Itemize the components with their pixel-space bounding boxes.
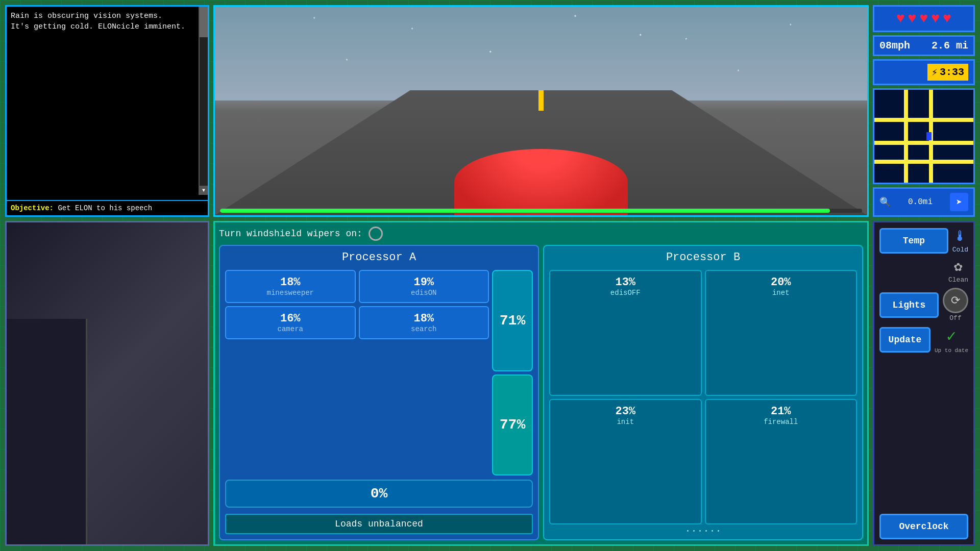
scrollbar-down[interactable]: ▼ bbox=[200, 186, 208, 195]
update-status: Up to date bbox=[935, 347, 968, 354]
hud-panel: ♥ ♥ ♥ ♥ ♥ 08mph 2.6 mi ⚡ 3:33 bbox=[873, 5, 975, 217]
car-seat-left bbox=[7, 319, 87, 544]
map-road-v1 bbox=[904, 90, 908, 183]
search-pct: 18% bbox=[363, 312, 485, 325]
edison-name: edisON bbox=[363, 289, 485, 297]
lights-dial[interactable]: ⟳ bbox=[943, 288, 968, 313]
speed-display: 08mph bbox=[879, 40, 910, 52]
loads-unbalanced: Loads unbalanced bbox=[225, 514, 533, 534]
init-pct: 23% bbox=[553, 405, 698, 418]
firewall-name: firewall bbox=[709, 418, 853, 426]
console-line-1: Rain is obscuring vision systems. bbox=[11, 11, 204, 21]
controls-panel: Temp 🌡 Cold ✿ Clean Lights ⟳ Off bbox=[873, 221, 975, 546]
map-player bbox=[926, 132, 932, 140]
timer-bar: ⚡ 3:33 bbox=[873, 59, 975, 85]
edisoff-name: edisOFF bbox=[553, 289, 698, 297]
nav-bottom: 🔍 0.0mi ➤ bbox=[873, 187, 975, 217]
overclock-button[interactable]: Overclock bbox=[879, 514, 968, 539]
update-row: Update ✓ Up to date bbox=[879, 326, 968, 354]
lightning-icon: ⚡ bbox=[932, 66, 938, 79]
snowflake: * bbox=[737, 69, 740, 75]
character-panel bbox=[5, 221, 209, 546]
update-indicator: ✓ Up to date bbox=[935, 326, 968, 354]
temp-row: Temp 🌡 Cold bbox=[879, 228, 968, 254]
snowflake: * bbox=[684, 38, 688, 43]
clean-row: ✿ Clean bbox=[879, 258, 968, 284]
map-road-h2 bbox=[874, 141, 973, 145]
console-scrollbar[interactable]: ▲ ▼ bbox=[199, 7, 208, 195]
hearts-bar: ♥ ♥ ♥ ♥ ♥ bbox=[873, 5, 975, 32]
processor-b: Processor B 13% edisOFF 20% inet 23% ini… bbox=[543, 245, 863, 540]
heart-2: ♥ bbox=[908, 11, 917, 27]
processor-a: Processor A 18% minesweeper 16% camera bbox=[219, 245, 539, 540]
processor-b-title: Processor B bbox=[549, 251, 857, 264]
timer-display: 3:33 bbox=[940, 66, 964, 78]
edison-pct: 19% bbox=[363, 276, 485, 289]
clean-icon: ✿ bbox=[954, 258, 963, 275]
snowflake: * bbox=[346, 59, 349, 64]
nav-distance: 0.0mi bbox=[908, 197, 933, 207]
camera-pct: 16% bbox=[229, 312, 352, 325]
heart-1: ♥ bbox=[896, 11, 905, 27]
game-view: * * ✦ * ✦ * * ✦ * bbox=[213, 5, 869, 217]
console-panel: Rain is obscuring vision systems. It's g… bbox=[5, 5, 209, 217]
wipers-label: Turn windshield wipers on: bbox=[219, 229, 362, 239]
distance-display: 2.6 mi bbox=[932, 40, 968, 52]
proc-b-grid: 13% edisOFF 20% inet 23% init 21% firewa… bbox=[549, 270, 857, 524]
map-roads bbox=[874, 90, 973, 183]
console-line-2: It's getting cold. ELONcicle imminent. bbox=[11, 21, 204, 32]
proc-camera-btn[interactable]: 16% camera bbox=[225, 306, 356, 339]
heart-4: ♥ bbox=[931, 11, 940, 27]
proc-edisoff-btn[interactable]: 13% edisOFF bbox=[549, 270, 702, 396]
proc-init-btn[interactable]: 23% init bbox=[549, 399, 702, 525]
proc-firewall-btn[interactable]: 21% firewall bbox=[705, 399, 857, 525]
car-hood bbox=[454, 149, 628, 215]
search-icon[interactable]: 🔍 bbox=[879, 196, 891, 208]
cpu-meter-77: 77% bbox=[492, 374, 533, 476]
processor-panel: Turn windshield wipers on: Processor A 1… bbox=[213, 221, 869, 546]
processors-container: Processor A 18% minesweeper 16% camera bbox=[219, 245, 863, 540]
temp-button[interactable]: Temp bbox=[879, 228, 948, 254]
console-output: Rain is obscuring vision systems. It's g… bbox=[7, 7, 208, 200]
objective-text: Get ELON to his speech bbox=[58, 204, 152, 212]
nav-arrow[interactable]: ➤ bbox=[950, 193, 968, 211]
wipers-bar: Turn windshield wipers on: bbox=[219, 227, 863, 241]
temp-indicator: 🌡 Cold bbox=[952, 228, 968, 254]
proc-a-grid: 18% minesweeper 16% camera 19% edisON bbox=[225, 270, 533, 475]
cpu3-pct: 0% bbox=[371, 486, 388, 502]
firewall-pct: 21% bbox=[709, 405, 853, 418]
scrollbar-thumb[interactable] bbox=[200, 7, 208, 37]
snowflake: ✦ bbox=[639, 32, 642, 38]
clean-label: Clean bbox=[948, 276, 968, 284]
map-road-h1 bbox=[874, 118, 973, 122]
minesweeper-pct: 18% bbox=[229, 276, 352, 289]
timer-badge: ⚡ 3:33 bbox=[927, 64, 968, 81]
proc-a-left-col: 18% minesweeper 16% camera bbox=[225, 270, 356, 475]
camera-name: camera bbox=[229, 325, 352, 333]
health-bar bbox=[220, 209, 862, 213]
wiper-toggle[interactable] bbox=[369, 227, 383, 241]
lights-row: Lights ⟳ Off bbox=[879, 288, 968, 322]
cpu-meter-71: 71% bbox=[492, 270, 533, 371]
proc-search-btn[interactable]: 18% search bbox=[359, 306, 489, 339]
lights-indicator: ⟳ Off bbox=[943, 288, 968, 322]
cpu1-pct: 71% bbox=[500, 313, 525, 329]
objective-bar: Objective: Get ELON to his speech bbox=[7, 200, 208, 215]
snowflake: * bbox=[410, 28, 413, 33]
heart-3: ♥ bbox=[920, 11, 928, 27]
proc-a-right-col: 19% edisON 18% search bbox=[359, 270, 489, 475]
road-scene: * * ✦ * ✦ * * ✦ * bbox=[215, 7, 867, 215]
lights-button[interactable]: Lights bbox=[879, 292, 939, 318]
controls-spacer bbox=[879, 358, 968, 510]
minesweeper-name: minesweeper bbox=[229, 289, 352, 297]
proc-edison-btn[interactable]: 19% edisON bbox=[359, 270, 489, 303]
proc-minesweeper-btn[interactable]: 18% minesweeper bbox=[225, 270, 356, 303]
map-road-h3 bbox=[874, 160, 973, 164]
temp-status: Cold bbox=[952, 246, 968, 254]
thermometer-icon: 🌡 bbox=[953, 228, 967, 245]
cpu2-pct: 77% bbox=[500, 417, 525, 433]
update-button[interactable]: Update bbox=[879, 327, 930, 353]
proc-inet-btn[interactable]: 20% inet bbox=[705, 270, 857, 396]
health-bar-fill bbox=[220, 209, 830, 213]
map-view bbox=[873, 88, 975, 184]
